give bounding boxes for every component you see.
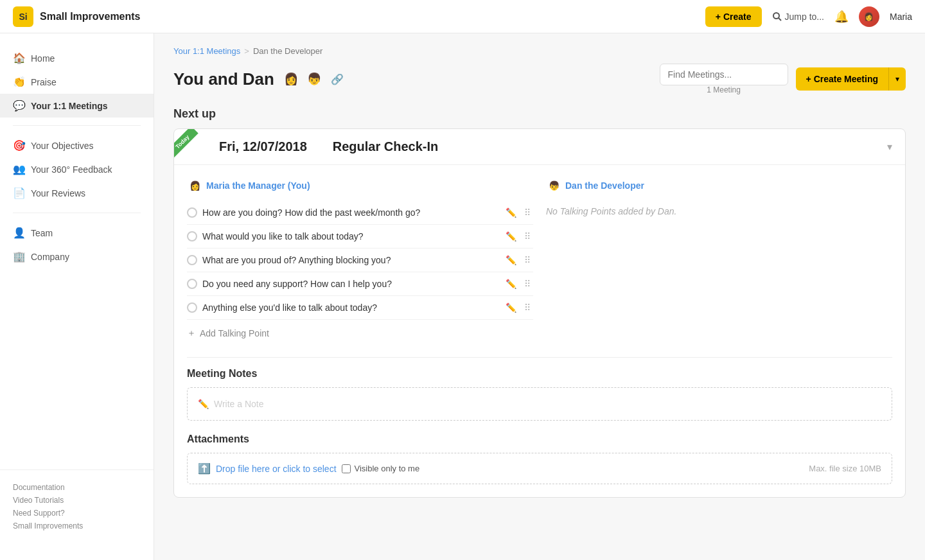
collapse-button[interactable]: ▾ bbox=[887, 141, 892, 153]
add-icon: ＋ bbox=[187, 328, 196, 339]
home-icon: 🏠 bbox=[13, 52, 24, 64]
sidebar-item-label: Your 1:1 Meetings bbox=[31, 101, 108, 111]
tp-checkbox-5[interactable] bbox=[187, 302, 197, 313]
developer-column-header: 👦 Dan the Developer bbox=[546, 178, 892, 193]
visible-only-label[interactable]: Visible only to me bbox=[342, 464, 420, 473]
tp-actions: ✏️ ⠿ bbox=[503, 277, 533, 290]
tp-drag-button[interactable]: ⠿ bbox=[522, 206, 533, 219]
footer-link-tutorials[interactable]: Video Tutorials bbox=[13, 496, 141, 505]
manager-column: 👩 Maria the Manager (You) How are you do… bbox=[187, 178, 533, 344]
tp-edit-button[interactable]: ✏️ bbox=[503, 277, 519, 290]
tp-text: What are you proud of? Anything blocking… bbox=[202, 255, 498, 265]
tp-edit-button[interactable]: ✏️ bbox=[503, 230, 519, 243]
tp-actions: ✏️ ⠿ bbox=[503, 206, 533, 219]
tp-edit-button[interactable]: ✏️ bbox=[503, 254, 519, 267]
jump-to-button[interactable]: Jump to... bbox=[772, 12, 824, 22]
tp-text: Anything else you'd like to talk about t… bbox=[202, 302, 498, 313]
meeting-card: Today Fri, 12/07/2018 Regular Check-In ▾… bbox=[173, 128, 906, 498]
page-title-area: You and Dan 👩 👦 🔗 bbox=[173, 69, 344, 89]
sidebar-item-label: Your Objectives bbox=[31, 141, 94, 151]
footer-link-brand[interactable]: Small Improvements bbox=[13, 521, 141, 530]
developer-name[interactable]: Dan the Developer bbox=[565, 180, 644, 191]
breadcrumb-link[interactable]: Your 1:1 Meetings bbox=[173, 46, 240, 56]
sidebar-item-feedback[interactable]: 👥 Your 360° Feedback bbox=[0, 157, 154, 181]
meeting-count: 1 Meeting bbox=[660, 85, 788, 94]
reviews-icon: 📄 bbox=[13, 187, 24, 199]
company-icon: 🏢 bbox=[13, 250, 24, 263]
talking-point: What would you like to talk about today?… bbox=[187, 225, 533, 249]
manager-name[interactable]: Maria the Manager (You) bbox=[206, 180, 310, 191]
add-talking-point-button[interactable]: ＋ Add Talking Point bbox=[187, 322, 533, 344]
tp-drag-button[interactable]: ⠿ bbox=[522, 277, 533, 290]
tp-actions: ✏️ ⠿ bbox=[503, 301, 533, 314]
tp-checkbox-2[interactable] bbox=[187, 231, 197, 241]
svg-point-0 bbox=[773, 13, 779, 19]
tp-drag-button[interactable]: ⠿ bbox=[522, 254, 533, 267]
attachment-left: ⬆️ Drop file here or click to select Vis… bbox=[198, 462, 419, 475]
nav-logo-area: Si Small Improvements bbox=[13, 6, 141, 27]
sidebar-divider bbox=[13, 125, 141, 126]
sidebar-item-label: Company bbox=[31, 252, 69, 262]
logo-text: Si bbox=[19, 12, 27, 22]
tp-checkbox-3[interactable] bbox=[187, 255, 197, 265]
main-content: Your 1:1 Meetings > Dan the Developer Yo… bbox=[154, 33, 925, 560]
talking-point: How are you doing? How did the past week… bbox=[187, 201, 533, 225]
sidebar-item-label: Home bbox=[31, 53, 55, 64]
section-next-up: Next up bbox=[173, 107, 906, 121]
page-header: You and Dan 👩 👦 🔗 1 Meeting + Create Mee… bbox=[173, 64, 906, 94]
sidebar-item-meetings[interactable]: 💬 Your 1:1 Meetings bbox=[0, 94, 154, 118]
share-link-icon[interactable]: 🔗 bbox=[331, 73, 344, 85]
notifications-button[interactable]: 🔔 bbox=[834, 10, 849, 24]
no-talking-points: No Talking Points added by Dan. bbox=[546, 201, 892, 222]
meeting-card-header: Today Fri, 12/07/2018 Regular Check-In ▾ bbox=[174, 129, 905, 165]
sidebar-item-company[interactable]: 🏢 Company bbox=[0, 245, 154, 268]
today-ribbon: Today bbox=[173, 128, 211, 166]
sidebar: 🏠 Home 👏 Praise 💬 Your 1:1 Meetings 🎯 Yo… bbox=[0, 33, 154, 560]
note-input-area[interactable]: ✏️ Write a Note bbox=[187, 387, 892, 421]
tp-checkbox-1[interactable] bbox=[187, 207, 197, 218]
create-meeting-dropdown-button[interactable]: ▾ bbox=[889, 67, 906, 91]
tp-actions: ✏️ ⠿ bbox=[503, 230, 533, 243]
praise-icon: 👏 bbox=[13, 76, 24, 88]
developer-avatar-sm: 👦 bbox=[546, 178, 561, 193]
jump-to-label: Jump to... bbox=[785, 12, 824, 22]
footer-link-support[interactable]: Need Support? bbox=[13, 509, 141, 518]
talking-point: What are you proud of? Anything blocking… bbox=[187, 249, 533, 272]
sidebar-item-team[interactable]: 👤 Team bbox=[0, 221, 154, 245]
sidebar-item-praise[interactable]: 👏 Praise bbox=[0, 70, 154, 94]
tp-drag-button[interactable]: ⠿ bbox=[522, 230, 533, 243]
upload-text: Drop file here or click to select bbox=[216, 464, 337, 474]
meeting-type: Regular Check-In bbox=[333, 139, 438, 154]
tp-actions: ✏️ ⠿ bbox=[503, 254, 533, 267]
breadcrumb-separator: > bbox=[244, 46, 249, 56]
tp-edit-button[interactable]: ✏️ bbox=[503, 206, 519, 219]
top-nav: Si Small Improvements + Create Jump to..… bbox=[0, 0, 925, 33]
breadcrumb-current: Dan the Developer bbox=[253, 46, 322, 56]
meetings-icon: 💬 bbox=[13, 100, 24, 112]
attachment-area[interactable]: ⬆️ Drop file here or click to select Vis… bbox=[187, 453, 892, 484]
sidebar-item-objectives[interactable]: 🎯 Your Objectives bbox=[0, 134, 154, 157]
sidebar-item-label: Praise bbox=[31, 77, 57, 87]
avatar-group: 👩 👦 bbox=[281, 69, 324, 89]
today-ribbon-text: Today bbox=[173, 128, 198, 158]
talking-point: Anything else you'd like to talk about t… bbox=[187, 296, 533, 320]
tp-checkbox-4[interactable] bbox=[187, 279, 197, 289]
global-create-button[interactable]: + Create bbox=[705, 6, 762, 27]
file-size-hint: Max. file size 10MB bbox=[809, 464, 881, 473]
find-meetings-input[interactable] bbox=[660, 64, 788, 85]
sidebar-nav: 🏠 Home 👏 Praise 💬 Your 1:1 Meetings 🎯 Yo… bbox=[0, 46, 154, 469]
visible-only-checkbox[interactable] bbox=[342, 464, 351, 473]
create-meeting-button[interactable]: + Create Meeting bbox=[796, 67, 889, 91]
sidebar-item-home[interactable]: 🏠 Home bbox=[0, 46, 154, 70]
nav-right: + Create Jump to... 🔔 👩 Maria bbox=[705, 6, 912, 27]
footer-link-docs[interactable]: Documentation bbox=[13, 483, 141, 492]
tp-edit-button[interactable]: ✏️ bbox=[503, 301, 519, 314]
logo-box: Si bbox=[13, 6, 33, 27]
tp-text: Do you need any support? How can I help … bbox=[202, 279, 498, 289]
tp-drag-button[interactable]: ⠿ bbox=[522, 301, 533, 314]
main-layout: 🏠 Home 👏 Praise 💬 Your 1:1 Meetings 🎯 Yo… bbox=[0, 33, 925, 560]
sidebar-item-reviews[interactable]: 📄 Your Reviews bbox=[0, 181, 154, 205]
create-meeting-btn-group: + Create Meeting ▾ bbox=[796, 67, 906, 91]
note-icon: ✏️ bbox=[198, 399, 209, 409]
talking-points-grid: 👩 Maria the Manager (You) How are you do… bbox=[187, 178, 892, 344]
